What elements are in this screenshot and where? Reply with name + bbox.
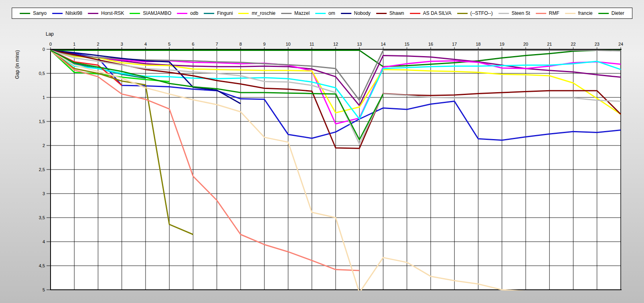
x-tick-label: 0 — [49, 42, 52, 46]
x-tick-label: 11 — [310, 42, 314, 46]
x-tick-label: 13 — [357, 42, 362, 46]
y-tick-label: 0,5 — [39, 71, 45, 76]
x-tick-label: 22 — [571, 42, 575, 46]
x-tick-label: 15 — [405, 42, 409, 46]
x-tick-label: 10 — [286, 42, 290, 46]
x-tick-label: 3 — [121, 42, 123, 46]
x-tick-label: 7 — [216, 42, 218, 46]
x-tick-label: 5 — [168, 42, 170, 46]
x-tick-label: 6 — [192, 42, 194, 46]
y-tick-label: 2 — [43, 143, 45, 148]
x-tick-label: 16 — [428, 42, 433, 46]
y-tick-label: 0 — [43, 47, 45, 52]
y-tick-label: 3 — [43, 191, 45, 196]
x-tick-label: 12 — [333, 42, 338, 46]
x-tick-label: 9 — [263, 42, 265, 46]
y-tick-label: 4 — [43, 239, 45, 244]
chart-page: { "chart_data": { "type": "line", "title… — [0, 0, 644, 303]
y-tick-label: 2,5 — [39, 167, 45, 172]
y-tick-label: 1 — [43, 95, 45, 100]
x-tick-label: 4 — [144, 42, 147, 46]
x-tick-label: 18 — [476, 42, 480, 46]
plot-area: 0123456789101112131415161718192021222324… — [0, 0, 644, 303]
x-tick-label: 24 — [618, 42, 623, 46]
x-tick-label: 8 — [239, 42, 242, 46]
y-tick-label: 3,5 — [39, 215, 45, 220]
x-tick-label: 21 — [547, 42, 552, 46]
y-tick-label: 5 — [43, 287, 45, 292]
x-tick-label: 23 — [595, 42, 599, 46]
x-tick-label: 19 — [500, 42, 504, 46]
x-tick-label: 1 — [73, 42, 75, 46]
x-tick-label: 17 — [452, 42, 457, 46]
x-tick-label: 2 — [97, 42, 99, 46]
y-tick-label: 4,5 — [39, 263, 45, 268]
x-tick-label: 14 — [381, 42, 385, 46]
x-tick-label: 20 — [523, 42, 528, 46]
y-tick-label: 1,5 — [39, 119, 45, 124]
